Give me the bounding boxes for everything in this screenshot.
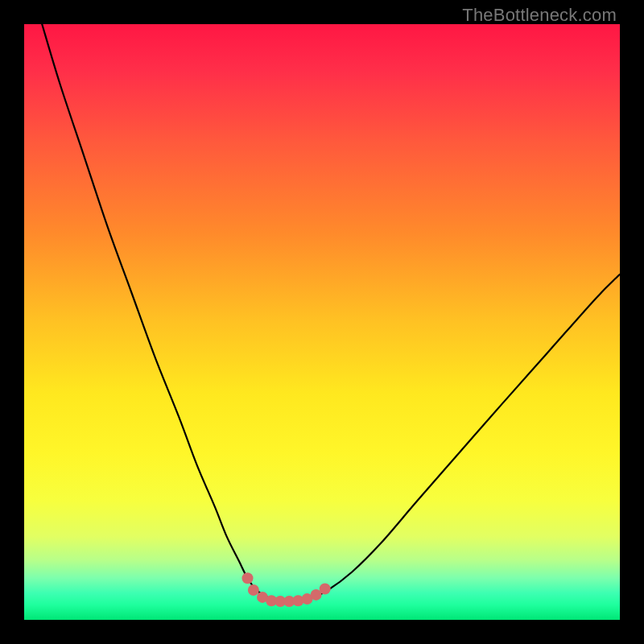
curve-layer — [24, 24, 620, 620]
plateau-marker — [242, 572, 254, 584]
plot-area — [24, 24, 620, 620]
plateau-marker — [320, 584, 331, 595]
watermark-text: TheBottleneck.com — [462, 5, 617, 26]
chart-frame: TheBottleneck.com — [0, 0, 644, 644]
plateau-marker — [248, 584, 259, 596]
minimum-plateau-markers — [242, 572, 331, 607]
bottleneck-curve — [42, 24, 620, 601]
